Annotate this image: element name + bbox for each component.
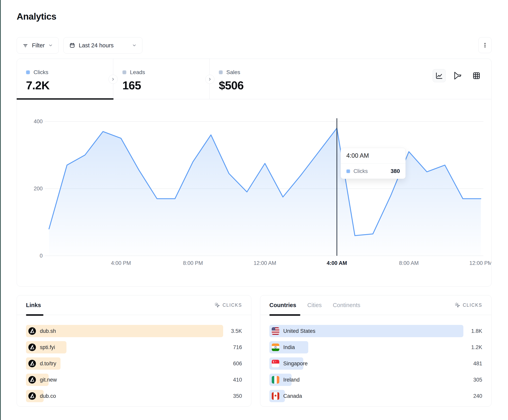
filter-button-label: Filter (32, 42, 45, 49)
tooltip-time: 4:00 AM (341, 148, 405, 164)
chevron-down-icon (48, 43, 53, 48)
row-label: dub.co (40, 393, 56, 399)
funnel-icon (454, 72, 462, 80)
location-tabs: Countries Cities Continents (269, 302, 360, 308)
kebab-menu-icon (482, 42, 488, 48)
expand-leads-button[interactable] (205, 75, 214, 84)
filter-button[interactable]: Filter (17, 37, 59, 53)
page-title: Analytics (17, 11, 56, 22)
clicks-swatch-icon (26, 70, 30, 74)
dub-logo-icon (28, 376, 36, 384)
leads-tab-label: Leads (130, 69, 145, 75)
row-label: Canada (283, 393, 302, 399)
link-row-d-to-try[interactable]: d.to/try 606 (26, 357, 242, 370)
expand-clicks-button[interactable] (109, 75, 118, 84)
grid-icon (472, 72, 481, 80)
country-row-india[interactable]: India 1.2K (269, 341, 482, 354)
x-tick-label: 4:00 PM (111, 260, 131, 266)
leads-value: 165 (122, 79, 209, 92)
in-flag-icon (272, 344, 279, 351)
clicks-swatch-icon (346, 169, 350, 173)
clicks-tab-label: Clicks (34, 69, 48, 75)
countries-list: United States 1.8K India 1.2K Singapore … (260, 315, 491, 402)
x-tick-label: 8:00 PM (183, 260, 203, 266)
dub-logo-icon (28, 392, 36, 400)
row-value: 240 (473, 393, 482, 399)
row-value: 606 (233, 361, 242, 367)
row-label: git.new (40, 377, 57, 383)
link-row-dub-sh[interactable]: dub.sh 3.5K (26, 325, 242, 337)
country-row-singapore[interactable]: Singapore 481 (269, 357, 482, 370)
locations-panel: Countries Cities Continents CLICKS Unite… (260, 295, 492, 406)
country-row-united-states[interactable]: United States 1.8K (269, 325, 482, 337)
sales-tab-label: Sales (226, 69, 240, 75)
row-value: 716 (233, 344, 242, 350)
row-label: Singapore (283, 361, 308, 367)
country-row-canada[interactable]: Canada 240 (269, 390, 482, 402)
clicks-area-chart[interactable]: 02004004:00 PM8:00 PM12:00 AM4:00 AM8:00… (17, 99, 491, 286)
filter-icon (22, 42, 28, 48)
dub-logo-icon (28, 327, 36, 335)
row-label: India (283, 344, 295, 350)
chevron-down-icon (132, 43, 137, 48)
tab-countries[interactable]: Countries (269, 302, 296, 308)
links-panel: Links CLICKS dub.sh 3.5K spti.fyi 716 d.… (17, 295, 251, 406)
cursor-click-icon (214, 302, 220, 308)
countries-active-tab-underline (269, 314, 300, 316)
tab-continents[interactable]: Continents (333, 302, 360, 308)
row-value: 305 (473, 377, 482, 383)
row-label: Ireland (283, 377, 300, 383)
date-range-label: Last 24 hours (79, 42, 114, 49)
x-tick-label: 8:00 AM (399, 260, 419, 266)
row-value: 350 (233, 393, 242, 399)
line-chart-icon (435, 72, 443, 80)
link-row-dub-co[interactable]: dub.co 350 (26, 390, 242, 402)
more-options-button[interactable] (478, 37, 492, 53)
left-edge-divider (0, 0, 1, 420)
cursor-click-icon (455, 302, 460, 308)
sales-value: $506 (219, 79, 306, 92)
links-active-tab-underline (26, 314, 44, 316)
metric-tabs: Clicks 7.2K Leads 165 Sales $506 (17, 59, 491, 99)
row-label: dub.sh (40, 328, 56, 334)
country-row-ireland[interactable]: Ireland 305 (269, 374, 482, 386)
tab-cities[interactable]: Cities (307, 302, 322, 308)
leads-swatch-icon (122, 70, 126, 74)
line-chart-view-button[interactable] (433, 69, 446, 82)
us-flag-icon (272, 327, 279, 335)
tab-links[interactable]: Links (26, 302, 41, 308)
chevron-right-icon (111, 77, 115, 81)
row-label: d.to/try (40, 361, 56, 367)
x-tick-label: 12:00 PM (469, 260, 491, 266)
y-tick-label: 0 (40, 253, 43, 259)
row-value: 481 (473, 361, 482, 367)
ca-flag-icon (272, 392, 279, 400)
links-metric-label: CLICKS (214, 302, 242, 308)
link-row-spti-fyi[interactable]: spti.fyi 716 (26, 341, 242, 354)
dub-logo-icon (28, 344, 36, 351)
ie-flag-icon (272, 376, 279, 384)
calendar-icon (69, 42, 75, 48)
row-value: 1.8K (471, 328, 482, 334)
chart-view-toggles (433, 69, 483, 82)
funnel-view-button[interactable] (451, 69, 464, 82)
clicks-value: 7.2K (26, 79, 113, 92)
analytics-card: Clicks 7.2K Leads 165 Sales $506 (17, 59, 492, 286)
tab-clicks[interactable]: Clicks 7.2K (17, 59, 113, 99)
row-value: 3.5K (231, 328, 242, 334)
sg-flag-icon (272, 360, 279, 367)
table-view-button[interactable] (470, 69, 483, 82)
x-tick-label: 12:00 AM (254, 260, 276, 266)
links-list: dub.sh 3.5K spti.fyi 716 d.to/try 606 gi… (17, 315, 251, 402)
link-row-git-new[interactable]: git.new 410 (26, 374, 242, 386)
sales-swatch-icon (219, 70, 223, 74)
y-tick-label: 400 (34, 118, 43, 124)
chart-tooltip: 4:00 AM Clicks 380 (341, 148, 406, 179)
tab-leads[interactable]: Leads 165 (113, 59, 210, 99)
clicks-chart-area: 02004004:00 PM8:00 PM12:00 AM4:00 AM8:00… (17, 99, 491, 286)
locations-metric-label: CLICKS (455, 302, 482, 308)
dub-logo-icon (28, 360, 36, 367)
date-range-button[interactable]: Last 24 hours (63, 37, 142, 53)
chevron-right-icon (208, 77, 212, 81)
tab-sales[interactable]: Sales $506 (210, 59, 306, 99)
